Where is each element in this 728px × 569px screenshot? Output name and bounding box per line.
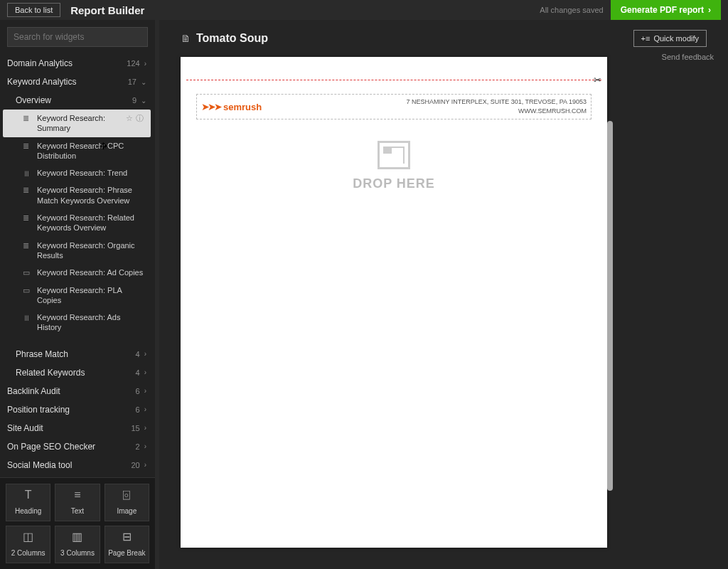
report-page[interactable]: ✂ ➤➤➤ semrush 7 NESHAMINY INTERPLEX, SUI… [181,57,607,548]
category-social-media[interactable]: Social Media tool 20 › [0,456,154,474]
category-site-audit[interactable]: Site Audit 15 › [0,419,154,437]
company-address: 7 NESHAMINY INTERPLEX, SUITE 301, TREVOS… [406,97,587,107]
widget-related-keywords-overview[interactable]: ≣ Keyword Research: Related Keywords Ove… [0,209,154,237]
category-phrase-match[interactable]: Phrase Match 4 › [0,345,154,363]
list-icon: ≣ [23,240,33,250]
widget-label: Keyword Research: Related Keywords Overv… [37,213,146,233]
category-label: Overview [16,95,132,105]
card-icon: ▭ [23,267,33,277]
widget-label: Keyword Research: Summary [37,113,123,134]
category-label: Position tracking [7,405,136,415]
widget-ad-copies[interactable]: ▭ Keyword Research: Ad Copies [0,264,154,281]
widget-tree[interactable]: Domain Analytics 124 › Keyword Analytics… [0,54,155,477]
save-status: All changes saved [540,6,603,14]
tool-image[interactable]: ⌻ Image [105,484,149,521]
category-position-tracking[interactable]: Position tracking 6 › [0,400,154,419]
category-count: 2 [136,442,140,451]
tool-label: 2 Columns [11,549,46,557]
widget-label: Keyword Research: Phrase Match Keywords … [37,185,146,206]
category-label: Site Audit [7,423,131,433]
company-website: WWW.SEMRUSH.COM [406,107,587,116]
tool-label: Image [117,507,136,515]
scrollbar-thumb[interactable] [607,121,613,491]
page-break-icon: ⊟ [107,531,147,543]
card-icon: ▭ [23,285,33,295]
brand-name: semrush [223,102,262,112]
tool-label: Heading [15,507,41,515]
quick-modify-button[interactable]: +≡ Quick modify [633,30,707,47]
category-related-keywords[interactable]: Related Keywords 4 › [0,363,154,382]
tool-label: Text [71,507,84,515]
bar-chart-icon: ⫼ [23,312,33,322]
widget-keyword-research-summary[interactable]: ≣ Keyword Research: Summary ☆ ⓘ [3,110,151,137]
toolbox: T Heading ≡ Text ⌻ Image ◫ 2 Columns [0,477,155,569]
chevron-down-icon: ⌄ [141,97,146,105]
category-on-page-seo[interactable]: On Page SEO Checker 2 › [0,437,154,456]
tool-text[interactable]: ≡ Text [55,484,100,521]
chevron-right-icon: › [144,424,146,432]
drop-placeholder-icon [378,141,410,169]
tool-3-columns[interactable]: ▥ 3 Columns [55,526,100,563]
report-header-block[interactable]: ➤➤➤ semrush 7 NESHAMINY INTERPLEX, SUITE… [196,94,592,119]
quick-modify-label: Quick modify [653,34,699,43]
chevron-right-icon: › [144,461,146,469]
text-icon: ≡ [57,489,97,501]
category-label: Phrase Match [16,349,136,359]
category-label: Backlink Audit [7,386,136,396]
category-domain-analytics[interactable]: Domain Analytics 124 › [0,54,154,73]
flame-icon: ➤➤➤ [201,101,220,112]
widget-trend[interactable]: ⫼ Keyword Research: Trend [0,164,154,181]
category-label: On Page SEO Checker [7,442,136,452]
back-to-list-button[interactable]: Back to list [7,3,60,17]
widget-label: Keyword Research: PLA Copies [37,285,146,306]
columns-2-icon: ◫ [8,531,48,543]
category-count: 15 [131,424,139,432]
category-count: 124 [127,59,139,68]
widget-label: Keyword Research: CPC Distribution [37,141,146,161]
image-icon: ⌻ [107,489,147,501]
page-cut-line [186,80,601,80]
info-icon: ⓘ [136,113,144,123]
drop-zone-label: DROP HERE [181,176,607,191]
document-title[interactable]: Tomato Soup [196,32,633,45]
chevron-right-icon: › [144,442,146,450]
category-count: 20 [131,461,139,469]
category-backlink-audit[interactable]: Backlink Audit 6 › [0,382,154,400]
list-icon: ≣ [23,113,33,123]
brand-logo: ➤➤➤ semrush [201,101,262,112]
drop-zone[interactable]: DROP HERE [181,141,607,191]
category-label: Social Media tool [7,460,131,470]
category-count: 4 [136,350,140,358]
category-label: Keyword Analytics [7,77,128,87]
list-icon: ≣ [23,185,33,195]
list-icon: ≣ [23,141,33,151]
widget-label: Keyword Research: Ad Copies [37,267,146,277]
tool-page-break[interactable]: ⊟ Page Break [105,526,149,563]
tool-heading[interactable]: T Heading [6,484,50,521]
widget-label: Keyword Research: Ads History [37,312,146,333]
generate-pdf-label: Generate PDF report [621,5,704,15]
category-count: 6 [136,387,140,395]
widget-phrase-match-overview[interactable]: ≣ Keyword Research: Phrase Match Keyword… [0,181,154,209]
plus-list-icon: +≡ [641,34,651,43]
widget-pla-copies[interactable]: ▭ Keyword Research: PLA Copies [0,282,154,309]
widget-organic-results[interactable]: ≣ Keyword Research: Organic Results [0,237,154,265]
category-label: Domain Analytics [7,58,127,68]
generate-pdf-button[interactable]: Generate PDF report › [611,0,721,20]
chevron-right-icon: › [144,368,146,376]
widget-ads-history[interactable]: ⫼ Keyword Research: Ads History [0,309,154,336]
category-overview[interactable]: Overview 9 ⌄ [0,91,154,110]
chevron-right-icon: › [144,405,146,413]
app-title: Report Builder [70,4,540,16]
category-keyword-analytics[interactable]: Keyword Analytics 17 ⌄ [0,73,154,91]
category-count: 9 [132,96,136,105]
search-input[interactable] [7,27,148,47]
columns-3-icon: ▥ [57,531,97,543]
page-scrollbar[interactable] [607,78,613,541]
tool-label: Page Break [108,549,145,557]
chevron-right-icon: › [144,60,146,68]
tool-2-columns[interactable]: ◫ 2 Columns [6,526,50,563]
category-label: Related Keywords [16,368,136,378]
widget-cpc-distribution[interactable]: ≣ Keyword Research: CPC Distribution [0,137,154,165]
chevron-right-icon: › [144,387,146,395]
